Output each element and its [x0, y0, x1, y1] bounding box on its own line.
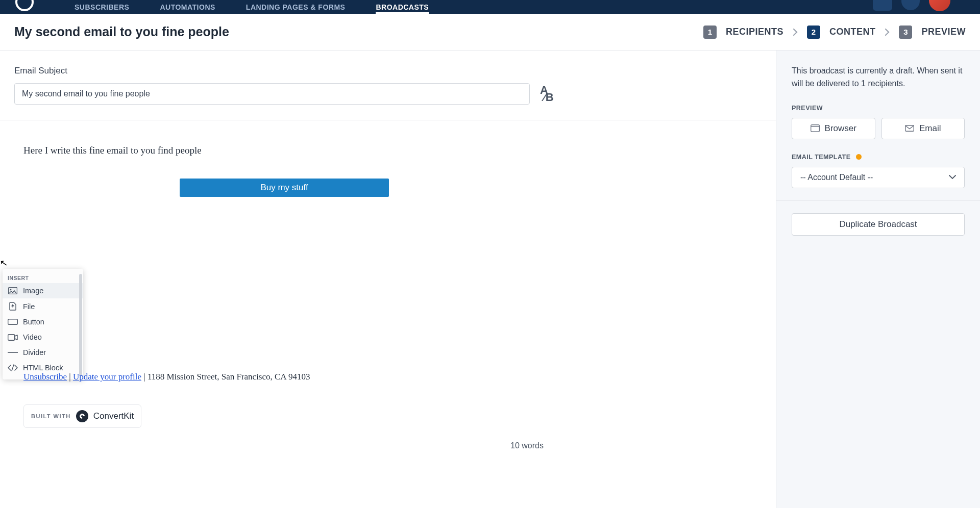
step-2-badge[interactable]: 2 [807, 26, 820, 39]
svg-point-1 [10, 289, 12, 291]
step-3-label[interactable]: PREVIEW [921, 27, 966, 37]
subject-label: Email Subject [14, 66, 762, 76]
unsubscribe-link[interactable]: Unsubscribe [23, 372, 67, 382]
chevron-right-icon [793, 28, 798, 36]
duplicate-broadcast-button[interactable]: Duplicate Broadcast [792, 213, 965, 236]
app-logo[interactable] [15, 0, 34, 11]
svg-rect-3 [8, 334, 15, 340]
insert-item-label: Button [23, 318, 44, 326]
email-body-text[interactable]: Here I write this fine email to you find… [23, 145, 752, 156]
insert-item-file[interactable]: File [3, 298, 83, 314]
word-count: 10 words [510, 441, 544, 450]
nav-broadcasts[interactable]: BROADCASTS [376, 3, 429, 11]
sidebar-helper-text: This broadcast is currently a draft. Whe… [792, 65, 965, 90]
nav-right [873, 3, 960, 11]
svg-rect-5 [811, 125, 819, 132]
divider-icon [8, 351, 18, 353]
main-area: Email Subject A ∕B Here I write this fin… [0, 50, 980, 508]
insert-item-label: Divider [23, 348, 46, 357]
insert-item-image[interactable]: Image [3, 283, 83, 298]
image-icon [8, 287, 18, 294]
nav-help-button[interactable] [901, 0, 920, 10]
avatar[interactable] [929, 0, 950, 11]
title-bar: My second email to you fine people 1 REC… [0, 14, 980, 50]
insert-item-divider[interactable]: Divider [3, 345, 83, 360]
preview-browser-label: Browser [825, 123, 856, 134]
preview-buttons-row: Browser Email [792, 118, 965, 139]
page-title: My second email to you fine people [14, 24, 229, 39]
email-footer: Unsubscribe | Update your profile | 1188… [23, 372, 310, 382]
svg-rect-2 [8, 319, 18, 325]
preview-email-button[interactable]: Email [881, 118, 965, 139]
ab-b-label: ∕B [544, 93, 554, 102]
email-template-select[interactable]: -- Account Default -- [792, 167, 965, 188]
file-icon [8, 302, 18, 311]
insert-item-label: File [23, 302, 35, 311]
footer-address: 1188 Mission Street, San Francisco, CA 9… [148, 372, 310, 382]
footer-sep: | [67, 372, 73, 382]
preview-section-label: PREVIEW [792, 105, 965, 112]
convertkit-brand-label: ConvertKit [93, 411, 134, 421]
insert-item-button[interactable]: Button [3, 314, 83, 329]
built-with-label: BUILT WITH [31, 413, 71, 419]
insert-menu-header: INSERT [3, 272, 83, 283]
video-icon [8, 334, 18, 341]
insert-item-label: Image [23, 287, 43, 295]
email-template-value: -- Account Default -- [800, 173, 873, 182]
insert-item-label: HTML Block [23, 364, 63, 372]
subject-input[interactable] [14, 83, 530, 105]
step-1-label[interactable]: RECIPIENTS [726, 27, 783, 37]
nav-subscribers[interactable]: SUBSCRIBERS [75, 3, 129, 11]
nav-automations[interactable]: AUTOMATIONS [160, 3, 215, 11]
nav-items: SUBSCRIBERS AUTOMATIONS LANDING PAGES & … [75, 3, 847, 11]
sidebar: This broadcast is currently a draft. Whe… [776, 50, 980, 508]
insert-item-video[interactable]: Video [3, 329, 83, 345]
preview-browser-button[interactable]: Browser [792, 118, 875, 139]
chevron-right-icon [885, 28, 890, 36]
editor-column: Email Subject A ∕B Here I write this fin… [0, 50, 776, 508]
subject-block: Email Subject A ∕B [0, 50, 776, 120]
email-template-label-text: EMAIL TEMPLATE [792, 154, 851, 161]
chevron-down-icon [949, 175, 956, 180]
envelope-icon [905, 125, 914, 132]
step-2-label[interactable]: CONTENT [829, 27, 876, 37]
step-3-badge[interactable]: 3 [899, 26, 912, 39]
email-editor-body[interactable]: Here I write this fine email to you find… [0, 120, 776, 496]
email-cta-button[interactable]: Buy my stuff [180, 179, 389, 197]
code-icon [8, 364, 18, 371]
update-profile-link[interactable]: Update your profile [73, 372, 141, 382]
browser-icon [811, 124, 820, 132]
insert-menu: INSERT Image File Button [3, 269, 83, 379]
warning-dot-icon [856, 154, 862, 160]
insert-item-label: Video [23, 333, 42, 341]
top-nav: SUBSCRIBERS AUTOMATIONS LANDING PAGES & … [0, 0, 980, 14]
convertkit-logo-icon [76, 410, 88, 422]
built-with-badge[interactable]: BUILT WITH ConvertKit [23, 404, 141, 428]
subject-row: A ∕B [14, 83, 762, 105]
duplicate-broadcast-label: Duplicate Broadcast [839, 219, 917, 230]
ab-test-toggle[interactable]: A ∕B [537, 86, 554, 102]
step-indicator: 1 RECIPIENTS 2 CONTENT 3 PREVIEW [703, 26, 966, 39]
step-1-badge[interactable]: 1 [703, 26, 717, 39]
nav-add-button[interactable] [873, 0, 892, 11]
footer-sep: | [141, 372, 148, 382]
preview-email-label: Email [919, 123, 941, 134]
button-icon [8, 319, 18, 325]
nav-landing-pages[interactable]: LANDING PAGES & FORMS [246, 3, 346, 11]
email-template-section-label: EMAIL TEMPLATE [792, 154, 965, 161]
sidebar-divider [776, 200, 980, 201]
